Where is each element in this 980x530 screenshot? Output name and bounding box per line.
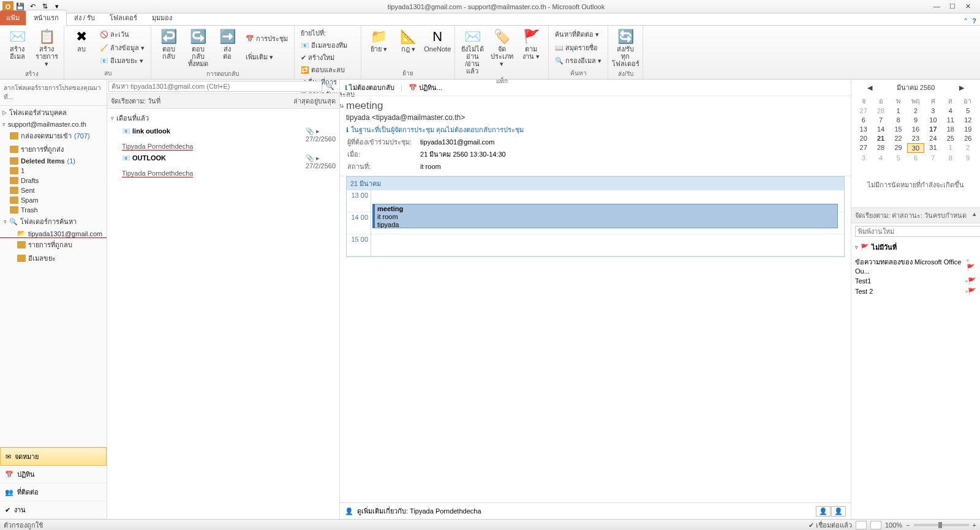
calendar-day[interactable]: 25 (942, 134, 959, 143)
calendar-day[interactable]: 16 (907, 125, 924, 133)
calendar-day[interactable]: 21 (872, 134, 889, 143)
calendar-day[interactable]: 3 (855, 154, 872, 162)
calendar-day[interactable]: 4 (942, 106, 959, 115)
calendar-day[interactable]: 7 (872, 116, 889, 124)
ribbon-small-button[interactable]: 🔍 กรองอีเมล ▾ (552, 54, 604, 67)
open-calendar-link[interactable]: 📅 ปฏิทิน... (409, 82, 442, 93)
task-item[interactable]: ข้อความทดลองของ Microsoft Office Ou...▫🚩 (851, 255, 980, 276)
ribbon-small-button[interactable]: 📧 อีเมลของทีม (298, 39, 357, 51)
ribbon-button[interactable]: 🏷️จัดประเภท ▾ (488, 27, 515, 76)
tab-file[interactable]: แฟ้ม (0, 10, 26, 25)
no-reply-needed[interactable]: ℹ ไม่ต้องตอบกลับ (345, 82, 394, 93)
ribbon-small-button[interactable]: 🧹 ล้างข้อมูล ▾ (97, 42, 147, 54)
zoom-in-button[interactable]: + (973, 521, 976, 529)
search-input[interactable] (108, 81, 322, 92)
calendar-day[interactable]: 19 (960, 125, 976, 133)
view-normal-button[interactable] (856, 521, 867, 529)
task-group-header[interactable]: ▿🚩ไม่มีวันที่ (851, 239, 980, 255)
calendar-day[interactable]: 3 (925, 106, 941, 115)
calendar-day[interactable]: 20 (855, 134, 872, 143)
nav-account[interactable]: ▿support@mailmaster.co.th (0, 119, 107, 129)
calendar-day[interactable]: 8 (942, 154, 959, 162)
task-sort-header[interactable]: จัดเรียงตาม: ค่าสถานะ: วันครบกำหนด▴ (851, 207, 980, 223)
calendar-day[interactable]: 15 (890, 125, 907, 133)
prev-month-icon[interactable]: ◀ (867, 84, 872, 92)
ribbon-button[interactable]: ✖ลบ (68, 27, 95, 68)
calendar-day[interactable]: 31 (925, 143, 941, 153)
calendar-day[interactable]: 5 (890, 154, 907, 162)
calendar-day[interactable]: 28 (872, 143, 889, 153)
list-group-header[interactable]: ▿เดือนที่แล้ว (107, 110, 339, 126)
people-toggle-2[interactable]: 👤 (831, 506, 846, 517)
ribbon-button[interactable]: 🚩ตามงาน ▾ (518, 27, 545, 76)
new-task-input[interactable] (855, 226, 980, 237)
ribbon-button[interactable]: 🔄ส่ง/รับทุกโฟลเดอร์ (612, 27, 639, 69)
close-button[interactable]: ✕ (965, 2, 974, 10)
ribbon-button[interactable]: ➡️ส่งต่อ (214, 27, 241, 69)
ribbon-small-button[interactable]: 🔁 ตอบและลบ (298, 64, 357, 76)
ribbon-small-button[interactable]: ค้นหาที่ติดต่อ ▾ (552, 28, 604, 40)
nav-personal-folders[interactable]: ▷โฟลเดอร์ส่วนบุคคล (0, 106, 107, 119)
ribbon-small-button[interactable]: 📖 สมุดรายชื่อ (552, 42, 604, 54)
nav-folder[interactable]: Sent (0, 185, 107, 195)
tab-home[interactable]: หน้าแรก (26, 10, 67, 26)
ribbon-small-button[interactable]: ย้ายไปที่: (298, 27, 357, 39)
nav-folder[interactable]: รายการที่ถูกส่ง (0, 143, 107, 156)
calendar-day[interactable]: 11 (942, 116, 959, 124)
ribbon-button[interactable]: 📐กฎ ▾ (394, 27, 421, 68)
nav-module-button[interactable]: ✔งาน (0, 501, 107, 519)
maximize-button[interactable]: ☐ (949, 2, 958, 10)
calendar-day[interactable]: 17 (925, 125, 941, 133)
calendar-day[interactable]: 5 (960, 106, 976, 115)
zoom-slider[interactable] (914, 524, 969, 526)
calendar-day[interactable]: 18 (942, 125, 959, 133)
calendar-day[interactable]: 6 (855, 116, 872, 124)
ribbon-button[interactable]: NOneNote (424, 27, 451, 68)
task-item[interactable]: Test 2▫🚩 (851, 286, 980, 297)
calendar-day[interactable]: 1 (890, 106, 907, 115)
calendar-day[interactable]: 10 (925, 116, 941, 124)
nav-deleted-folder[interactable]: รายการที่ถูกลบ (0, 238, 107, 252)
calendar-day[interactable]: 24 (925, 134, 941, 143)
calendar-day[interactable]: 9 (907, 116, 924, 124)
search-icon[interactable]: 🔍 (322, 83, 338, 91)
tab-send-receive[interactable]: ส่ง / รับ (67, 10, 102, 25)
sort-header[interactable]: จัดเรียงตาม: วันที่ล่าสุดอยู่บนสุด (107, 94, 339, 109)
mail-item[interactable]: 📧 link outlook📎 ▸27/2/2560Tipyada Pornde… (107, 126, 339, 153)
nav-gmail-folder[interactable]: 📂tipyada1301@gmail.com (0, 228, 107, 238)
people-toggle-1[interactable]: 👤 (816, 506, 831, 517)
calendar-day[interactable]: 2 (907, 106, 924, 115)
calendar-day[interactable]: 7 (925, 154, 941, 162)
minimize-button[interactable]: — (933, 2, 942, 10)
tab-folder[interactable]: โฟลเดอร์ (102, 10, 145, 25)
zoom-out-button[interactable]: − (906, 521, 910, 529)
nav-folder[interactable]: Trash (0, 205, 107, 215)
help-icon[interactable]: ? (972, 17, 976, 25)
ribbon-button[interactable]: 📁ย้าย ▾ (365, 27, 392, 68)
nav-folder[interactable]: 1 (0, 166, 107, 176)
calendar-day[interactable]: 6 (907, 154, 924, 162)
nav-module-button[interactable]: ✉จดหมาย (0, 447, 107, 466)
calendar-day[interactable]: 14 (872, 125, 889, 133)
nav-module-button[interactable]: 📅ปฏิทิน (0, 466, 107, 483)
mail-item[interactable]: 📧 OUTLOOK📎 ▸27/2/2560Tipyada Porndethdec… (107, 153, 339, 180)
calendar-day[interactable]: 27 (855, 143, 872, 153)
nav-search-folders[interactable]: ▿🔍 โฟลเดอร์การค้นหา (0, 215, 107, 228)
nav-folder[interactable]: Drafts (0, 176, 107, 185)
calendar-day[interactable]: 13 (855, 125, 872, 133)
ribbon-minimize-icon[interactable]: ⌃ (963, 17, 968, 25)
ribbon-small-button[interactable]: 📅 การประชุม (243, 32, 290, 45)
nav-junk-folder[interactable]: อีเมลขยะ (0, 252, 107, 265)
calendar-event[interactable]: meeting it room tipyada (372, 204, 838, 228)
calendar-day[interactable]: 1 (942, 143, 959, 153)
ribbon-small-button[interactable]: ✔ สร้างใหม่ (298, 51, 357, 64)
view-reading-button[interactable] (870, 521, 881, 529)
calendar-day[interactable]: 22 (890, 134, 907, 143)
ribbon-button[interactable]: ✉️สร้างอีเมล (4, 27, 31, 69)
task-item[interactable]: Test1▫🚩 (851, 276, 980, 286)
next-month-icon[interactable]: ▶ (959, 84, 964, 92)
ribbon-small-button[interactable]: 📧 อีเมลขยะ ▾ (97, 54, 147, 67)
calendar-day[interactable]: 29 (890, 143, 907, 153)
calendar-day[interactable]: 26 (960, 134, 976, 143)
calendar-day[interactable]: 4 (872, 154, 889, 162)
